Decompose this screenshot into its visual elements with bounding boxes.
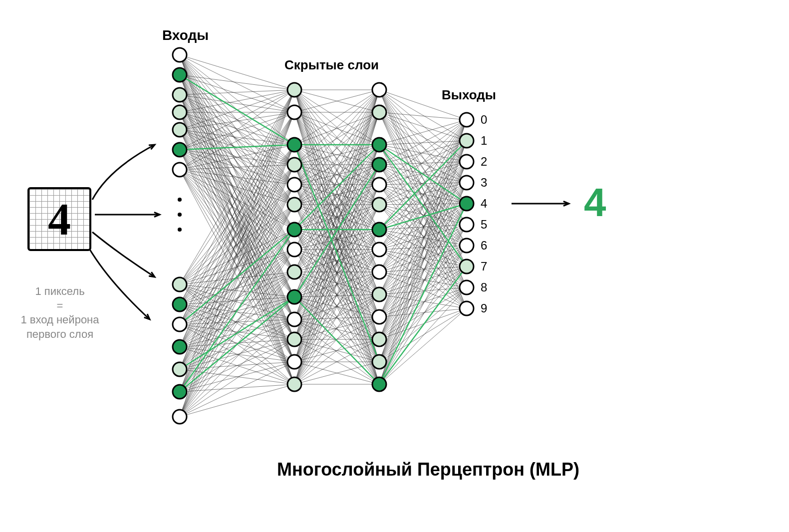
- neuron-node: [287, 138, 301, 152]
- svg-line-169: [180, 112, 294, 392]
- neuron-node: [287, 158, 301, 172]
- neuron-node: [372, 223, 386, 237]
- svg-line-112: [180, 90, 294, 304]
- svg-line-76: [180, 150, 294, 230]
- neuron-node: [372, 178, 386, 192]
- output-class-label: 8: [481, 280, 487, 294]
- svg-line-548: [379, 204, 467, 384]
- output-class-label: 1: [481, 134, 487, 148]
- neuron-node: [372, 243, 386, 257]
- svg-line-144: [180, 185, 294, 347]
- svg-line-394: [379, 90, 467, 162]
- neuron-node: [460, 155, 474, 169]
- arrow-line: [92, 232, 155, 277]
- neuron-node: [460, 301, 474, 315]
- svg-line-28: [180, 90, 294, 95]
- neuron-node: [460, 134, 474, 148]
- svg-line-528: [379, 246, 467, 384]
- neuron-node: [173, 123, 187, 137]
- neuron-node: [372, 265, 386, 279]
- neuron-node: [173, 340, 187, 354]
- svg-line-178: [180, 319, 294, 392]
- svg-line-530: [379, 287, 467, 384]
- neuron-node: [173, 88, 187, 102]
- neuron-node: [460, 280, 474, 294]
- neuron-node: [460, 176, 474, 190]
- arrow-line: [92, 145, 155, 200]
- output-class-label: 9: [481, 301, 487, 315]
- neuron-node: [460, 239, 474, 253]
- svg-line-6: [180, 55, 294, 230]
- neuron-node: [173, 410, 187, 424]
- neuron-node: [173, 163, 187, 177]
- ellipsis-dot: [178, 198, 182, 202]
- svg-line-108: [180, 284, 294, 319]
- svg-line-191: [180, 297, 294, 417]
- neuron-node: [287, 198, 301, 212]
- svg-line-396: [379, 90, 467, 204]
- svg-line-531: [379, 308, 467, 384]
- svg-line-70: [180, 90, 294, 150]
- ellipsis-dot: [178, 213, 182, 217]
- neuron-node: [287, 312, 301, 326]
- output-class-label: 5: [481, 218, 487, 232]
- neuron-node: [460, 113, 474, 127]
- neuron-node: [372, 105, 386, 119]
- svg-line-98: [180, 90, 294, 284]
- svg-line-181: [180, 384, 294, 392]
- neuron-node: [460, 260, 474, 273]
- neuron-node: [287, 332, 301, 346]
- svg-line-15: [180, 75, 294, 112]
- neuron-node: [173, 362, 187, 376]
- neuron-node: [372, 310, 386, 324]
- neuron-node: [287, 377, 301, 391]
- neuron-node: [173, 105, 187, 119]
- svg-line-434: [379, 162, 467, 185]
- neuron-node: [173, 297, 187, 311]
- neuron-node: [287, 265, 301, 279]
- svg-line-175: [180, 250, 294, 392]
- svg-line-188: [180, 230, 294, 417]
- svg-line-176: [180, 272, 294, 392]
- neuron-node: [287, 355, 301, 369]
- neuron-node: [372, 138, 386, 152]
- neuron-node: [173, 277, 187, 291]
- arrow-line: [90, 250, 150, 319]
- output-class-label: 3: [481, 176, 487, 190]
- neuron-node: [460, 197, 474, 211]
- neuron-node: [372, 158, 386, 172]
- output-class-label: 7: [481, 260, 487, 273]
- output-class-label: 2: [481, 155, 487, 169]
- svg-line-484: [379, 162, 467, 294]
- neuron-node: [287, 178, 301, 192]
- svg-line-523: [379, 141, 467, 384]
- neuron-node: [173, 48, 187, 62]
- ellipsis-dot: [178, 228, 182, 232]
- neuron-node: [173, 143, 187, 157]
- neuron-node: [372, 377, 386, 391]
- neuron-node: [372, 83, 386, 97]
- output-class-label: 0: [481, 113, 487, 127]
- svg-line-219: [294, 112, 379, 294]
- neuron-node: [173, 385, 187, 399]
- neuron-node: [287, 243, 301, 257]
- svg-line-398: [379, 90, 467, 246]
- output-class-label: 4: [481, 197, 487, 211]
- svg-line-496: [379, 204, 467, 317]
- svg-line-20: [180, 75, 294, 230]
- output-class-label: 6: [481, 239, 487, 253]
- svg-line-0: [180, 55, 294, 90]
- neuron-node: [460, 218, 474, 232]
- neuron-node: [372, 332, 386, 346]
- neuron-node: [372, 198, 386, 212]
- svg-line-22: [180, 75, 294, 272]
- svg-line-179: [180, 339, 294, 392]
- neuron-node: [287, 223, 301, 237]
- svg-line-409: [379, 112, 467, 266]
- neuron-node: [173, 317, 187, 331]
- svg-line-507: [379, 225, 467, 339]
- neuron-node: [173, 68, 187, 82]
- neuron-node: [287, 83, 301, 97]
- neuron-node: [372, 287, 386, 301]
- svg-line-388: [294, 317, 379, 384]
